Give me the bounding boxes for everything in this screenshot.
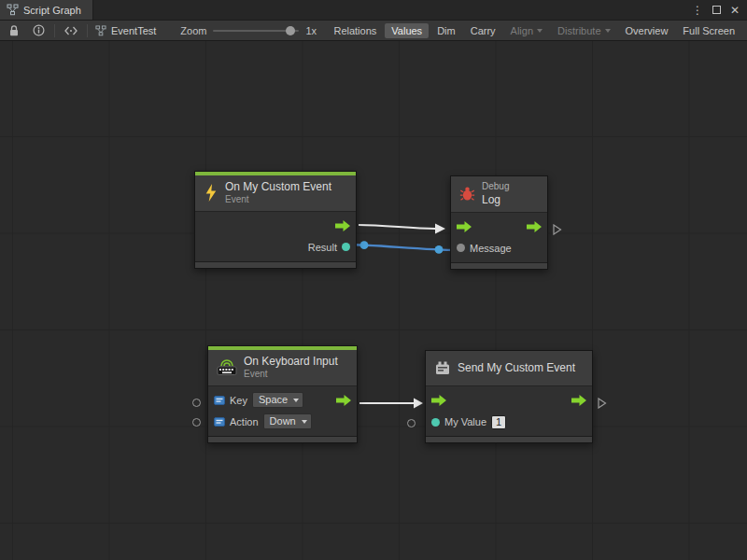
graph-reference[interactable]: EventTest <box>95 25 156 36</box>
node-category: Debug <box>482 181 509 193</box>
graph-toolbar: EventTest Zoom 1x Relations Values Dim C… <box>0 21 747 41</box>
flow-output-port[interactable] <box>527 221 542 232</box>
node-body: Key Space Action Down <box>208 386 357 436</box>
enum-type-icon <box>214 395 225 406</box>
node-body: Result <box>195 212 356 261</box>
zoom-label: Zoom <box>180 25 206 36</box>
node-subtitle: Event <box>244 369 338 381</box>
flow-input-port[interactable] <box>457 221 472 232</box>
node-debug-log[interactable]: Debug Log Message <box>450 175 548 270</box>
tab-bar: Script Graph ⋮ ✕ <box>0 0 747 21</box>
close-icon[interactable]: ✕ <box>730 5 740 16</box>
my-value-port[interactable] <box>431 418 440 427</box>
graph-name-label: EventTest <box>111 25 156 36</box>
action-input-port[interactable] <box>192 418 201 427</box>
tab-strip-empty <box>93 0 692 20</box>
node-footer <box>451 262 547 269</box>
connection-layer <box>0 41 747 560</box>
node-header[interactable]: Send My Custom Event <box>426 351 592 386</box>
keyboard-icon <box>217 358 237 376</box>
key-port-label: Key <box>230 395 247 406</box>
node-on-my-custom-event[interactable]: On My Custom Event Event Result <box>194 171 357 269</box>
connection-flow-keyboard-to-sendevent[interactable] <box>359 399 423 409</box>
chevron-down-icon <box>605 29 611 33</box>
node-footer <box>426 436 592 442</box>
code-view-icon[interactable] <box>63 22 79 39</box>
flow-continuation-icon <box>598 398 607 409</box>
carry-button[interactable]: Carry <box>464 23 502 38</box>
toolbar-divider <box>54 24 55 37</box>
info-icon[interactable] <box>30 22 47 39</box>
tab-title: Script Graph <box>23 5 81 16</box>
node-footer <box>195 261 356 268</box>
node-title: On My Custom Event <box>225 180 331 194</box>
flow-output-port[interactable] <box>571 395 586 406</box>
key-dropdown[interactable]: Space <box>252 392 303 408</box>
distribute-dropdown-button[interactable]: Distribute <box>551 23 616 38</box>
toolbar-divider <box>87 24 88 37</box>
message-value-port[interactable] <box>457 244 465 252</box>
node-header[interactable]: Debug Log <box>451 176 547 213</box>
node-header[interactable]: On Keyboard Input Event <box>208 350 357 386</box>
chevron-down-icon <box>537 29 543 33</box>
script-graph-icon <box>7 4 19 16</box>
lock-icon[interactable] <box>6 22 22 39</box>
dim-button[interactable]: Dim <box>430 23 462 38</box>
my-value-input[interactable] <box>491 415 506 429</box>
my-value-label: My Value <box>444 416 486 427</box>
key-input-port[interactable] <box>192 399 201 407</box>
node-footer <box>208 436 357 442</box>
node-on-keyboard-input[interactable]: On Keyboard Input Event Key Space <box>207 345 358 443</box>
message-port-label: Message <box>470 243 512 254</box>
bug-icon <box>459 186 475 202</box>
result-value-port[interactable] <box>342 243 350 251</box>
action-port-label: Action <box>230 416 259 427</box>
lightning-icon <box>204 184 218 202</box>
node-body: My Value <box>426 386 592 436</box>
values-button[interactable]: Values <box>385 23 429 38</box>
node-body: Message <box>451 213 547 262</box>
node-title: Log <box>482 193 509 207</box>
zoom-slider[interactable] <box>213 30 299 32</box>
my-value-input-port[interactable] <box>407 419 416 427</box>
node-send-my-custom-event[interactable]: Send My Custom Event My Value <box>425 350 593 443</box>
window-controls: ⋮ ✕ <box>692 0 747 20</box>
zoom-control: Zoom 1x <box>180 25 317 36</box>
flow-output-port[interactable] <box>336 395 351 406</box>
custom-event-machine-icon <box>434 360 451 376</box>
script-graph-window: Script Graph ⋮ ✕ <box>0 0 747 560</box>
align-dropdown-button[interactable]: Align <box>504 23 549 38</box>
overview-button[interactable]: Overview <box>619 23 675 38</box>
node-title: Send My Custom Event <box>458 361 575 375</box>
connection-flow-customevent-to-log[interactable] <box>359 224 445 234</box>
maximize-icon[interactable] <box>712 6 721 14</box>
flow-continuation-icon <box>553 224 562 235</box>
graph-canvas[interactable]: On My Custom Event Event Result <box>0 41 747 560</box>
action-dropdown[interactable]: Down <box>263 413 312 429</box>
graph-asset-icon <box>95 25 106 36</box>
flow-output-port[interactable] <box>335 220 350 231</box>
connection-value-result-to-message[interactable] <box>345 241 458 254</box>
node-title: On Keyboard Input <box>244 355 338 369</box>
node-subtitle: Event <box>225 194 331 206</box>
flow-input-port[interactable] <box>431 395 446 406</box>
zoom-slider-knob[interactable] <box>286 26 295 35</box>
kebab-menu-icon[interactable]: ⋮ <box>692 5 703 16</box>
relations-button[interactable]: Relations <box>327 23 383 38</box>
node-header[interactable]: On My Custom Event Event <box>195 175 356 212</box>
fullscreen-button[interactable]: Full Screen <box>676 23 741 38</box>
toolbar-buttons: Relations Values Dim Carry Align Distrib… <box>327 23 741 38</box>
enum-type-icon <box>214 416 225 427</box>
zoom-value: 1x <box>305 25 317 36</box>
tab-script-graph[interactable]: Script Graph <box>0 0 93 20</box>
result-port-label: Result <box>308 242 337 253</box>
